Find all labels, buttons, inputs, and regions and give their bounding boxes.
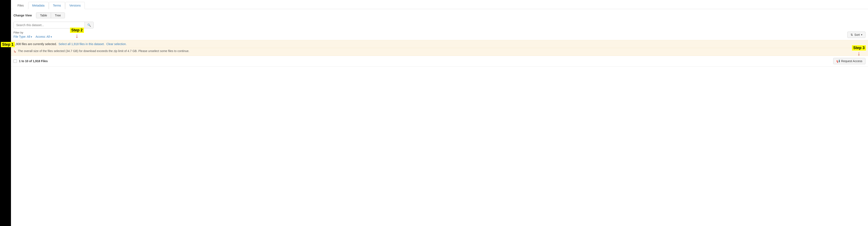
sort-icon: ⇅ <box>850 33 853 36</box>
tree-view-button[interactable]: Tree <box>51 13 64 18</box>
view-buttons: Table Tree <box>36 12 65 18</box>
step3-label: Step 3 <box>852 45 866 51</box>
file-type-dropdown[interactable]: File Type: All <box>13 35 32 38</box>
filter-left: Filter by File Type: All Access: All <box>13 31 52 38</box>
tab-metadata[interactable]: Metadata <box>28 2 49 9</box>
step2-annotation: Step 2 ↓ <box>70 28 84 39</box>
tab-files[interactable]: Files <box>13 2 28 9</box>
sort-label: Sort <box>854 33 860 36</box>
request-access-icon: 📢 <box>836 59 840 63</box>
step1-annotation: Step 1 <box>1 42 15 47</box>
step3-arrow: ↓ <box>858 51 860 57</box>
files-row: Step 3 ↓ 1 to 10 of 1,918 Files 📢 Reques… <box>11 56 868 67</box>
sort-button[interactable]: ⇅ Sort <box>847 32 865 38</box>
select-all-checkbox[interactable] <box>13 59 17 63</box>
tabs-bar: Files Metadata Terms Versions <box>11 0 868 9</box>
filter-by-label: Filter by <box>13 31 52 34</box>
warning-icon: ↳ <box>13 50 16 54</box>
access-dropdown[interactable]: Access: All <box>35 35 52 38</box>
left-sidebar-black <box>0 0 11 226</box>
files-row-left: 1 to 10 of 1,918 Files <box>13 59 48 63</box>
files-count-label: 1 to 10 of 1,918 Files <box>19 59 48 63</box>
warning-text: The overall size of the files selected (… <box>18 49 189 53</box>
step2-label: Step 2 <box>70 28 84 33</box>
request-access-button[interactable]: 📢 Request Access <box>833 58 865 64</box>
request-access-label: Request Access <box>841 59 862 63</box>
table-view-button[interactable]: Table <box>36 13 51 18</box>
step1-label: Step 1 <box>1 42 15 47</box>
change-view-label: Change View <box>13 14 32 17</box>
filter-section: Filter by File Type: All Access: All ⇅ S… <box>11 30 868 40</box>
select-all-link[interactable]: Select all 1,918 files in this dataset. <box>58 42 104 46</box>
filter-dropdowns: File Type: All Access: All <box>13 35 52 38</box>
selection-banner: Step 1 Step 2 ↓ 1,908 files are currentl… <box>11 40 868 48</box>
warning-row: ↳ The overall size of the files selected… <box>11 48 868 56</box>
tab-terms[interactable]: Terms <box>49 2 65 9</box>
tab-versions[interactable]: Versions <box>65 2 85 9</box>
step3-annotation: Step 3 ↓ <box>852 45 866 57</box>
search-input[interactable] <box>14 22 85 28</box>
search-section: 🔍 <box>11 20 868 30</box>
clear-selection-link[interactable]: Clear selection. <box>106 42 127 46</box>
page-wrapper: Files Metadata Terms Versions Change Vie… <box>0 0 868 226</box>
change-view-section: Change View Table Tree <box>11 9 868 20</box>
search-button[interactable]: 🔍 <box>85 22 93 28</box>
step2-arrow: ↓ <box>75 33 79 39</box>
main-content: Files Metadata Terms Versions Change Vie… <box>11 0 868 226</box>
selection-count-text: 1,908 files are currently selected. <box>13 42 57 46</box>
